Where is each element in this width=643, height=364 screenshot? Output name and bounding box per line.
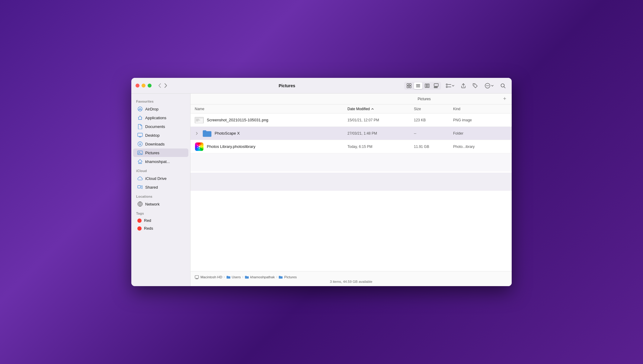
svg-point-43 [200,147,201,148]
gallery-view-button[interactable] [432,82,440,89]
file-size: 123 KB [414,118,453,122]
tag-red-label: Red [144,218,151,223]
svg-point-18 [474,84,475,85]
file-name-cell: Photos Library.photoslibrary [195,142,347,151]
network-label: Network [145,202,160,206]
svg-rect-9 [428,84,429,88]
back-button[interactable] [157,82,162,89]
title-area: Pictures [173,83,401,88]
tag-button[interactable] [471,82,480,90]
photos-library-icon [195,142,204,151]
file-size: 11.91 GB [414,145,453,149]
table-row[interactable]: PhotoScape X 27/03/21, 1:48 PM -- Folder [190,127,512,140]
table-row[interactable]: Photos Library.photoslibrary Today, 6:15… [190,140,512,153]
window-body: Favourites AirDrop [131,94,512,286]
tag-reds-label: Reds [144,226,153,231]
file-name: Screenshot_20210115-105031.png [207,118,268,122]
forward-button[interactable] [163,82,168,89]
breadcrumb-part-2: Users [232,275,241,279]
sidebar-item-home[interactable]: khamoshpat... [133,157,188,166]
sidebar-item-network[interactable]: Network [133,200,188,208]
toolbar: Pictures [131,78,512,94]
close-button[interactable] [136,84,139,88]
file-kind: Photo...ibrary [453,145,507,149]
table-row[interactable]: Screenshot_20210115-105031.png 15/01/21,… [190,113,512,127]
svg-point-46 [197,145,198,146]
icloud-drive-label: iCloud Drive [145,176,167,181]
col-header-size[interactable]: Size [414,107,453,111]
bottom-bar: Macintosh HD › Users › khamoshpathak › [190,271,512,286]
sidebar-item-icloud-drive[interactable]: iCloud Drive [133,174,188,183]
svg-rect-36 [196,117,203,118]
file-name: Photos Library.photoslibrary [207,144,255,149]
icon-view-button[interactable] [405,82,413,89]
minimize-button[interactable] [142,84,146,88]
sidebar-item-documents[interactable]: Documents [133,122,188,131]
sidebar-item-pictures[interactable]: Pictures [133,148,188,157]
svg-line-24 [504,87,505,88]
folder-file-icon [203,129,212,138]
users-folder-icon [226,275,230,279]
airdrop-icon [137,106,143,112]
shared-label: Shared [145,185,158,190]
col-header-name[interactable]: Name [195,107,347,111]
more-button[interactable] [483,81,495,90]
airdrop-label: AirDrop [145,107,158,111]
desktop-label: Desktop [145,133,160,138]
svg-point-31 [139,152,140,153]
sidebar-item-downloads[interactable]: Downloads [133,140,188,148]
svg-rect-7 [425,84,426,88]
sort-desc-icon [371,107,374,110]
sidebar-item-applications[interactable]: Applications [133,113,188,122]
documents-label: Documents [145,124,165,129]
svg-point-42 [200,145,201,146]
search-button[interactable] [498,82,507,90]
col-header-kind[interactable]: Kind [453,107,507,111]
sidebar-item-tag-reds[interactable]: Reds [133,225,188,232]
add-tab-button[interactable]: + [502,96,508,102]
svg-rect-38 [196,120,200,120]
screenshot-file-icon [195,116,204,125]
maximize-button[interactable] [148,84,152,88]
svg-point-45 [197,147,198,148]
list-view-button[interactable] [414,82,422,89]
shared-icon [137,184,143,190]
file-date: 15/01/21, 12:07 PM [347,118,414,122]
view-mode-group [404,82,441,90]
file-name-cell: PhotoScape X [195,129,347,138]
file-table: Name Date Modified Size Kind [190,104,512,271]
path-sep-3: › [276,275,277,279]
section-label-locations: Locations [131,192,190,200]
sidebar-item-airdrop[interactable]: AirDrop [133,105,188,113]
svg-rect-39 [196,121,198,121]
svg-rect-32 [138,186,141,188]
svg-rect-11 [434,87,435,88]
sidebar-item-desktop[interactable]: Desktop [133,131,188,139]
status-text: 3 items, 44.59 GB available [194,280,509,283]
svg-point-20 [486,85,487,86]
tag-reds-dot [137,226,142,231]
documents-icon [137,124,143,129]
folder-disclosure-icon[interactable] [195,131,199,136]
sidebar: Favourites AirDrop [131,94,190,286]
home-label: khamoshpat... [145,159,170,164]
column-view-button[interactable] [423,82,431,89]
window-title: Pictures [173,83,401,88]
svg-rect-47 [195,276,199,278]
arrange-button[interactable] [444,82,456,89]
sidebar-item-tag-red[interactable]: Red [133,217,188,224]
sidebar-item-shared[interactable]: Shared [133,183,188,191]
svg-rect-2 [407,86,409,88]
share-button[interactable] [459,82,468,90]
col-header-date[interactable]: Date Modified [347,107,414,111]
svg-rect-10 [434,84,438,86]
file-kind: Folder [453,131,507,136]
svg-point-25 [138,107,142,111]
svg-rect-3 [409,86,411,88]
svg-rect-12 [435,87,436,88]
current-folder-label: Pictures [348,97,500,101]
downloads-label: Downloads [145,142,165,146]
main-content: Pictures + Name Date Modified [190,94,512,286]
path-sep-1: › [224,275,225,279]
table-header: Name Date Modified Size Kind [190,104,512,113]
